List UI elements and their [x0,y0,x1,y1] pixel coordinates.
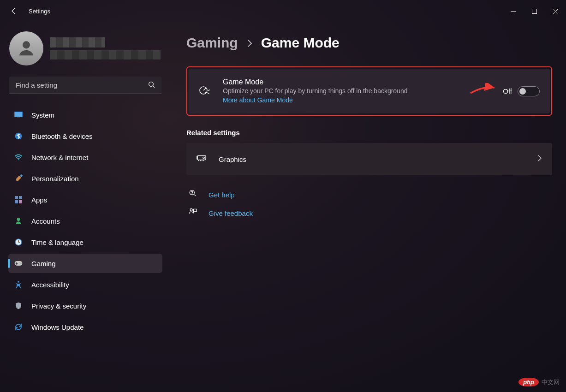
minimize-icon [511,9,516,14]
breadcrumb-parent[interactable]: Gaming [186,35,238,51]
sidebar-item-label: System [31,111,54,119]
sidebar-item-label: Bluetooth & devices [31,132,93,140]
bluetooth-icon [14,131,23,141]
close-button[interactable] [545,4,566,18]
sidebar: System Bluetooth & devices Network & int… [0,22,166,392]
sidebar-item-time[interactable]: Time & language [8,232,162,252]
maximize-icon [532,9,537,14]
sidebar-item-apps[interactable]: Apps [8,190,162,209]
toggle-knob [519,88,526,95]
close-icon [553,9,558,14]
game-mode-toggle[interactable] [518,86,540,96]
sidebar-item-label: Gaming [31,260,56,267]
breadcrumb-current: Game Mode [261,35,340,51]
svg-point-8 [18,159,19,160]
sidebar-item-accessibility[interactable]: Accessibility [8,275,162,294]
person-icon [16,38,37,59]
search-icon [148,81,156,91]
accessibility-icon [14,280,23,289]
svg-rect-0 [511,11,516,12]
svg-rect-9 [20,174,23,177]
game-mode-icon [199,86,212,97]
app-title: Settings [29,8,50,15]
search-box [9,77,161,94]
svg-point-29 [190,209,192,211]
svg-rect-11 [19,196,22,199]
svg-point-14 [17,218,20,221]
brush-icon [14,174,23,183]
window-controls [502,4,566,18]
get-help-row: Get help [186,189,552,200]
profile-section[interactable] [8,31,162,65]
svg-rect-1 [532,9,536,13]
card-title: Game Mode [223,78,492,86]
feedback-icon [188,208,197,219]
sidebar-item-label: Network & internet [31,154,88,161]
back-button[interactable] [8,6,19,17]
sidebar-item-privacy[interactable]: Privacy & security [8,296,162,315]
sidebar-item-label: Windows Update [31,323,83,331]
graphics-icon [197,154,207,164]
svg-rect-25 [197,156,197,159]
profile-name [50,37,105,48]
php-badge: php [518,378,539,386]
avatar [9,31,43,65]
shield-icon [14,301,23,310]
chevron-right-icon [537,154,542,164]
clock-icon [14,238,23,247]
svg-rect-19 [16,263,18,264]
wifi-icon [14,153,23,162]
svg-point-20 [19,262,20,263]
arrow-left-icon [10,7,18,15]
monitor-icon [14,110,23,119]
nav-list: System Bluetooth & devices Network & int… [8,105,162,337]
gamepad-icon [14,259,23,268]
sidebar-item-system[interactable]: System [8,105,162,125]
profile-email [50,50,161,59]
sidebar-item-label: Personalization [31,175,79,183]
help-icon [188,189,197,200]
svg-rect-10 [15,196,18,199]
game-mode-card: Game Mode Optimize your PC for play by t… [189,69,550,113]
sidebar-item-label: Accessibility [31,281,69,289]
sidebar-item-label: Apps [31,196,47,204]
give-feedback-link[interactable]: Give feedback [209,209,253,217]
minimize-button[interactable] [502,4,524,18]
sidebar-item-network[interactable]: Network & internet [8,148,162,167]
svg-rect-6 [17,117,20,118]
breadcrumb: Gaming Game Mode [186,35,552,51]
more-about-link[interactable]: More about Game Mode [223,96,293,104]
annotation-box: Game Mode Optimize your PC for play by t… [186,66,552,116]
person-icon [14,216,23,226]
svg-rect-5 [15,112,22,117]
main-content: Gaming Game Mode Game Mode Optimize your… [166,22,566,392]
search-input[interactable] [9,77,161,94]
give-feedback-row: Give feedback [186,208,552,219]
titlebar: Settings [0,0,566,22]
svg-point-22 [18,281,19,283]
sidebar-item-label: Accounts [31,217,60,225]
sidebar-item-update[interactable]: Windows Update [8,317,162,337]
sidebar-item-bluetooth[interactable]: Bluetooth & devices [8,126,162,146]
toggle-state-label: Off [503,87,512,95]
maximize-button[interactable] [524,4,545,18]
card-description: Optimize your PC for play by turning thi… [223,87,492,95]
get-help-link[interactable]: Get help [209,191,235,199]
related-heading: Related settings [186,129,552,137]
svg-point-26 [203,157,205,159]
svg-point-28 [192,194,192,194]
sidebar-item-accounts[interactable]: Accounts [8,211,162,231]
watermark-text: 中文网 [542,378,560,386]
sidebar-item-personalization[interactable]: Personalization [8,169,162,188]
list-item-label: Graphics [219,155,525,163]
svg-rect-12 [15,200,18,203]
graphics-item[interactable]: Graphics [186,143,552,175]
sidebar-item-label: Privacy & security [31,302,86,310]
chevron-right-icon [246,35,253,51]
apps-icon [14,195,23,204]
sidebar-item-gaming[interactable]: Gaming [8,254,162,273]
watermark: php 中文网 [518,378,560,386]
svg-rect-13 [19,200,22,203]
svg-point-2 [23,41,30,48]
svg-point-3 [149,82,154,87]
